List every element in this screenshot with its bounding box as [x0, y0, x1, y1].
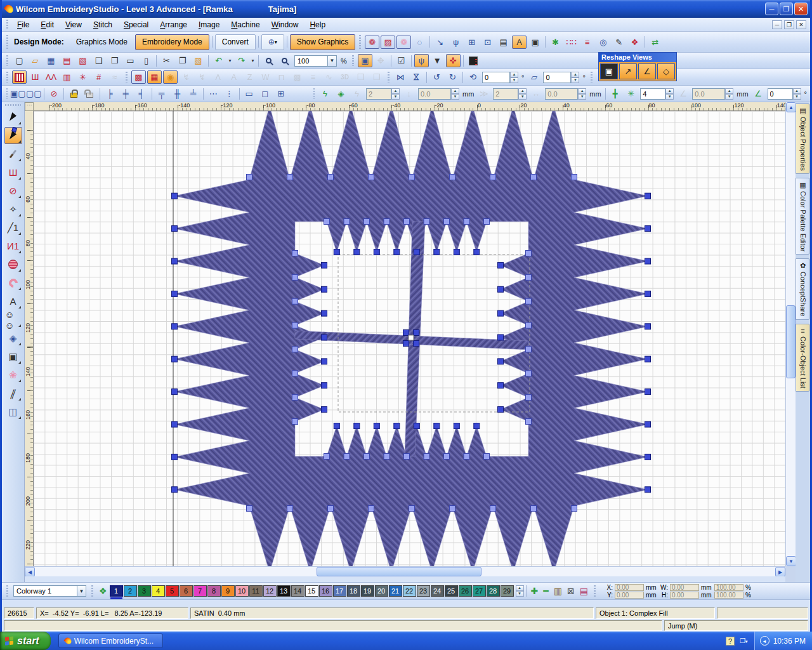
reshape-diamond-icon[interactable]: ◇	[657, 63, 675, 79]
palette-scroll-spinner[interactable]: ▲▼	[516, 585, 524, 597]
align-middle-icon[interactable]: ╫	[170, 87, 185, 100]
color-swatch-22[interactable]: 22	[403, 585, 416, 597]
mirror-distance-input-spinner[interactable]: ▲▼	[725, 88, 733, 100]
scroll-up-button[interactable]: ▲	[786, 102, 796, 112]
color-swatch-5[interactable]: 5	[166, 585, 179, 597]
thread-chart-icon[interactable]: ▤	[580, 586, 588, 596]
color-swatch-29[interactable]: 29	[501, 585, 514, 597]
horizontal-ruler[interactable]: -200-180-160-140-120-100-80-60-40-200204…	[34, 102, 785, 111]
vertical-ruler[interactable]: 406080100120140160180200220	[25, 111, 34, 566]
e-stitch-icon[interactable]: Ш	[28, 70, 43, 84]
color-swatch-17[interactable]: 17	[333, 585, 346, 597]
tray-help-icon[interactable]: ?	[726, 637, 735, 646]
add-color-icon[interactable]: ✚	[531, 586, 539, 596]
color-swatch-1[interactable]: 1	[110, 585, 123, 597]
wreath-icon[interactable]: ╋	[608, 87, 622, 100]
parallel-weave-icon[interactable]: ≡	[306, 70, 320, 84]
hatch-object-icon[interactable]: ▨	[381, 36, 395, 49]
star-fill-icon[interactable]: ▦	[147, 70, 162, 84]
square-wave-icon[interactable]: ⊓	[274, 70, 289, 84]
mdi-close-button[interactable]: ✕	[796, 20, 806, 29]
start-button[interactable]: start	[0, 632, 51, 650]
x-position-field[interactable]	[615, 584, 644, 591]
ruler-origin-button[interactable]	[25, 102, 34, 111]
graphics-mode-button[interactable]: Graphics Mode	[70, 34, 134, 50]
feather-right-icon[interactable]: ↯	[195, 70, 209, 84]
needle-entry-icon[interactable]: ψ	[414, 54, 429, 67]
stitch-edit-tool[interactable]: Ш	[4, 164, 22, 181]
no-penetration-tool[interactable]: ⊘	[4, 182, 22, 199]
minimize-button[interactable]: ─	[765, 3, 778, 15]
tatami-stitch-icon[interactable]: ▥	[60, 70, 74, 84]
program-split-icon[interactable]: #	[91, 70, 106, 84]
write-to-disk-icon[interactable]: ▤	[60, 54, 74, 67]
hoop-globe-dropdown[interactable]: ⊕▾	[261, 34, 284, 50]
wave-fill-icon[interactable]: W	[258, 70, 273, 84]
scroll-down-button[interactable]: ▼	[786, 556, 796, 566]
colorway-combobox[interactable]: ▼	[13, 585, 86, 597]
carving-stamp-tool[interactable]: ❀	[4, 366, 22, 383]
elastic-lettering-icon[interactable]: ϟ	[318, 87, 332, 100]
cap-frame-b-icon[interactable]: ❒	[369, 70, 384, 84]
mirror-vertical-icon[interactable]: ⋈	[409, 70, 424, 84]
color-swatch-2[interactable]: 2	[124, 585, 137, 597]
row-spacing-input[interactable]: ▲▼	[545, 88, 586, 100]
no-color-icon[interactable]: ⊠	[567, 586, 575, 596]
print-icon[interactable]: ❑	[91, 54, 106, 67]
stagger-count-input-value[interactable]	[366, 88, 391, 100]
color-swatch-26[interactable]: 26	[459, 585, 472, 597]
travel-by-objects-icon[interactable]: ✥	[374, 54, 388, 67]
copy-icon[interactable]: ❐	[175, 54, 190, 67]
zigzag-stitch-icon[interactable]: ΛΛ	[44, 70, 58, 84]
zoom-level-combo-dropdown[interactable]: ▼	[327, 55, 337, 67]
color-swatch-20[interactable]: 20	[375, 585, 388, 597]
menu-stitch[interactable]: Stitch	[88, 19, 118, 30]
stitch-list-icon[interactable]	[466, 54, 481, 67]
group-icon[interactable]: ▣▢	[11, 87, 25, 100]
color-swatch-4[interactable]: 4	[152, 585, 165, 597]
space-horizontally-icon[interactable]: ⋯	[206, 87, 221, 100]
polyline-tool[interactable]: И1	[4, 237, 22, 255]
show-frame-pointer-icon[interactable]: ▣	[358, 54, 372, 67]
zoom-tool-icon[interactable]	[277, 54, 292, 67]
color-swatch-18[interactable]: 18	[347, 585, 360, 597]
colorway-dropdown-button[interactable]: ▼	[77, 585, 86, 597]
embroidery-mode-button[interactable]: Embroidery Mode	[135, 34, 209, 50]
circle-fill-tool[interactable]	[4, 256, 22, 273]
color-swatch-27[interactable]: 27	[473, 585, 486, 597]
feather-left-icon[interactable]: ↯	[179, 70, 193, 84]
stitch-dots-icon[interactable]: ∷∷	[564, 36, 579, 49]
wreath-points-input-spinner[interactable]: ▲▼	[665, 88, 674, 100]
color-swatch-19[interactable]: 19	[361, 585, 374, 597]
align-right-icon[interactable]: ╡	[134, 87, 149, 100]
scroll-right-button[interactable]: ▶	[775, 567, 785, 577]
fit-selection-icon[interactable]: ▭	[242, 87, 256, 100]
save-design-icon[interactable]: ▦	[44, 54, 58, 67]
cut-icon[interactable]: ✂	[159, 54, 174, 67]
hoop-icon[interactable]: ◎	[596, 36, 610, 49]
outline-object-icon[interactable]: ❁	[396, 36, 411, 49]
reshape-views-title[interactable]: Reshape Views	[599, 53, 676, 62]
motif-fill-icon[interactable]: ✳	[75, 70, 90, 84]
horizontal-scrollbar[interactable]: ◀ ▶	[25, 566, 785, 576]
show-graphics-button[interactable]: Show Graphics	[290, 34, 355, 50]
color-swatch-16[interactable]: 16	[319, 585, 332, 597]
menu-special[interactable]: Special	[118, 19, 154, 30]
pull-compensation-input-spinner[interactable]: ▲▼	[451, 88, 459, 100]
height-field[interactable]	[670, 592, 699, 599]
align-center-vertical-icon[interactable]: ╪	[119, 87, 133, 100]
fancy-rows-input-value[interactable]	[493, 88, 518, 100]
fancy-rows-input-spinner[interactable]: ▲▼	[518, 88, 527, 100]
menu-image[interactable]: Image	[193, 19, 225, 30]
row-spacing-icon[interactable]: ↔	[528, 87, 543, 100]
mirror-angle-input[interactable]: ▲▼	[768, 88, 801, 100]
align-bottom-icon[interactable]: ╧	[186, 87, 200, 100]
pull-compensation-input[interactable]: ▲▼	[418, 88, 459, 100]
vertical-scrollbar[interactable]: ▲ ▼	[785, 102, 796, 566]
monogram-tool[interactable]: ◈	[4, 329, 22, 347]
row-spacing-input-spinner[interactable]: ▲▼	[578, 88, 586, 100]
color-swatch-13[interactable]: 13	[277, 585, 291, 597]
fancy-rows-input[interactable]: ▲▼	[493, 88, 527, 100]
dashed-shape-icon[interactable]: ◌	[412, 36, 427, 49]
mirror-angle-input-spinner[interactable]: ▲▼	[793, 88, 801, 100]
